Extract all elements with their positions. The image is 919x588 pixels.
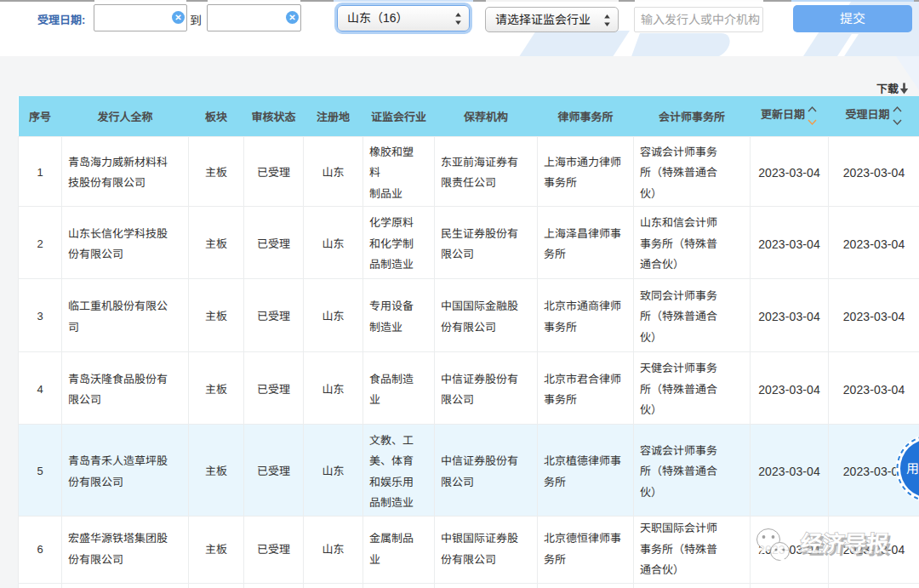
svg-text:经济导报: 经济导报 [799,532,890,557]
svg-text:用: 用 [906,461,919,476]
